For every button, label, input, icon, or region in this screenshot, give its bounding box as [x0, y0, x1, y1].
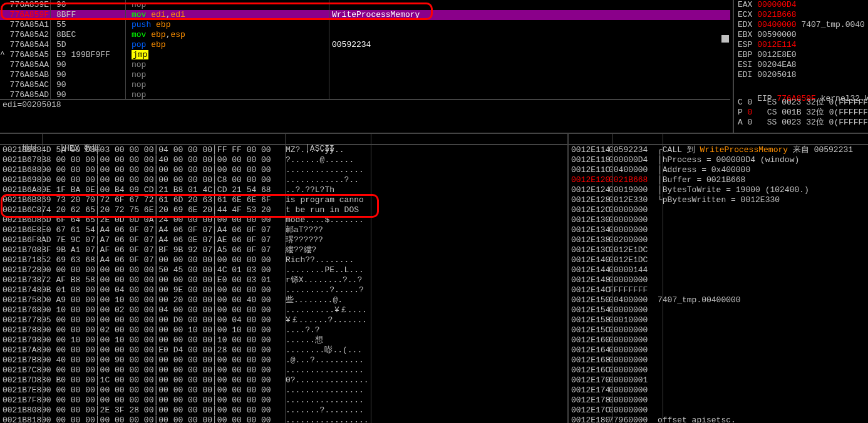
register-ebp[interactable]: EBP 0012E8E0	[734, 50, 868, 60]
hex-addr: 0021B818	[3, 415, 41, 423]
disasm-row[interactable]: 776A85AC90nop	[0, 80, 730, 90]
hexdump-row[interactable]: 0021B81800 00 00 00│00 00 00 00│00 00 00…	[0, 415, 567, 423]
disasm-row[interactable]: 776A859E90nop	[0, 0, 730, 10]
stack-row[interactable]: 0012E18077960000offset apisetsc.	[569, 415, 868, 423]
stack-row[interactable]: 0012E1280012E330└pBytesWritten = 0012E33…	[569, 195, 868, 205]
hexdump-row[interactable]: 0021B678B8 00 00 00│00 00 00 00│40 00 00…	[0, 155, 567, 165]
stack-row[interactable]: 0012E150004000007407_tmp.00400000	[569, 295, 868, 305]
stack-row[interactable]: 0012E15800010000	[569, 315, 868, 325]
hexdump-row[interactable]: 0021B7A800 00 00 00│00 00 00 00│E0 D4 00…	[0, 345, 567, 355]
hex-bytes: 05 00 00 00│00 00 00 00│00 D0 00 00│00 0…	[41, 315, 286, 325]
hex-ascii: 0?...............	[286, 375, 369, 385]
disasm-row[interactable]: 776A85A28BECmov ebp,esp	[0, 30, 730, 40]
stack-row[interactable]: 0012E16000000000	[569, 335, 868, 345]
disasm-row[interactable]: 776A859F8BFFmov edi,ediWriteProcessMemor…	[0, 10, 730, 20]
disasm-row[interactable]: 776A85A155push ebp	[0, 20, 730, 30]
hexdump-row[interactable]: 0021B73872 AF B8 58│00 00 00 00│00 00 00…	[0, 275, 567, 285]
stack-row[interactable]: 0012E15400000000	[569, 305, 868, 315]
hexdump-row[interactable]: 0021B6684D 5A 90 00│03 00 00 00│04 00 00…	[0, 145, 567, 155]
hexdump-row[interactable]: 0021B708BF 9B A1 07│AF 06 0F 07│BF 9B 92…	[0, 245, 567, 255]
disasm-row[interactable]: 776A85AB90nop	[0, 70, 730, 80]
hexdump-row[interactable]: 0021B7480B 01 08 00│00 04 00 00│00 9E 00…	[0, 285, 567, 295]
stack-row[interactable]: 0012E13000000000	[569, 215, 868, 225]
register-edx[interactable]: EDX 00400000 7407_tmp.0040	[734, 20, 868, 30]
stack-pane[interactable]: 0012E11400592234┌CALL 到 WriteProcessMemo…	[567, 133, 868, 423]
stack-row[interactable]: 0012E17C00000000	[569, 405, 868, 415]
hexdump-row[interactable]: 0021B69800 00 00 00│00 00 00 00│00 00 00…	[0, 175, 567, 185]
register-esp[interactable]: ESP 0012E114	[734, 40, 868, 50]
hexdump-row[interactable]: 0021B6A80E 1F BA 0E│00 B4 09 CD│21 B8 01…	[0, 185, 567, 195]
hexdump-row[interactable]: 0021B76800 10 00 00│00 02 00 00│04 00 00…	[0, 305, 567, 315]
hexdump-row[interactable]: 0021B6F8AD 7E 9C 07│A7 06 0F 07│A4 06 0E…	[0, 235, 567, 245]
disasm-addr: 776A85A2	[0, 30, 56, 40]
hexdump-row[interactable]: 0021B80800 00 00 00│2E 3F 28 00│00 00 00…	[0, 405, 567, 415]
registers-pane[interactable]: EAX 000000D4ECX 0021B668EDX 00400000 740…	[733, 0, 868, 133]
hex-bytes: 52 69 63 68│A4 06 0F 07│00 00 00 00│00 0…	[41, 255, 286, 265]
stack-row[interactable]: 0012E1400012E1DC	[569, 255, 868, 265]
hexdump-row[interactable]: 0021B6E8E0 67 61 54│A4 06 0F 07│A4 06 0F…	[0, 225, 567, 235]
register-eip[interactable]: EIP 776A859F kernel32.Writ	[734, 84, 868, 94]
stack-row[interactable]: 0012E13400000000	[569, 225, 868, 235]
hexdump-pane[interactable]: 地址│HEX 数据│ASCII 0021B6684D 5A 90 00│03 0…	[0, 133, 567, 423]
hexdump-row[interactable]: 0021B78800 00 00 00│02 00 00 00│00 00 10…	[0, 325, 567, 335]
stack-value: 00000000	[609, 345, 658, 355]
register-ecx[interactable]: ECX 0021B668	[734, 10, 868, 20]
cpu-flag-row[interactable]: P 0 CS 001B 32位 0(FFFFFF	[734, 108, 868, 118]
stack-value: 00000000	[609, 215, 658, 225]
register-ebx[interactable]: EBX 00590000	[734, 30, 868, 40]
stack-row[interactable]: 0012E17800000000	[569, 395, 868, 405]
disasm-instruction: nop	[132, 0, 332, 10]
hexdump-row[interactable]: 0021B72800 00 00 00│00 00 00 00│50 45 00…	[0, 265, 567, 275]
disasm-instruction: jmp	[132, 50, 332, 60]
hexdump-row[interactable]: 0021B6C874 20 62 65│20 72 75 6E│20 69 6E…	[0, 205, 567, 215]
hexdump-row[interactable]: 0021B6B869 73 20 70│72 6F 67 72│61 6D 20…	[0, 195, 567, 205]
stack-row[interactable]: 0012E13C0012E1DC	[569, 245, 868, 255]
cpu-flag-row[interactable]: A 0 SS 0023 32位 0(FFFFFF	[734, 118, 868, 128]
stack-row[interactable]: 0012E1200021B668│Buffer = 0021B668	[569, 175, 868, 185]
stack-row[interactable]: 0012E11C00400000│Address = 0x400000	[569, 165, 868, 175]
stack-row[interactable]: 0012E118000000D4│hProcess = 000000D4 (wi…	[569, 155, 868, 165]
stack-value: 00000000	[609, 385, 658, 395]
disasm-bytes: 8BFF	[56, 10, 132, 20]
stack-comment: │hProcess = 000000D4 (window)	[658, 155, 799, 165]
stack-row[interactable]: 0012E17400000000	[569, 385, 868, 395]
register-esi[interactable]: ESI 00204EA8	[734, 60, 868, 70]
hexdump-row[interactable]: 0021B7C800 00 00 00│00 00 00 00│00 00 00…	[0, 365, 567, 375]
stack-row[interactable]: 0012E12400019000│BytesToWrite = 19000 (1…	[569, 185, 868, 195]
hexdump-row[interactable]: 0021B68800 00 00 00│00 00 00 00│00 00 00…	[0, 165, 567, 175]
disasm-row[interactable]: 776A85AD90nop	[0, 90, 730, 100]
stack-row[interactable]: 0012E14400000144	[569, 265, 868, 275]
disasm-row[interactable]: ^ 776A85A5E9 199BF9FFjmp	[0, 50, 730, 60]
stack-addr: 0012E140	[569, 255, 609, 265]
hexdump-row[interactable]: 0021B7D830 B0 00 00│1C 00 00 00│00 00 00…	[0, 375, 567, 385]
stack-row[interactable]: 0012E14CFFFFFFFF	[569, 285, 868, 295]
stack-row[interactable]: 0012E16800000000	[569, 355, 868, 365]
hexdump-row[interactable]: 0021B79800 00 10 00│00 10 00 00│00 00 00…	[0, 335, 567, 345]
disasm-row[interactable]: 776A85AA90nop	[0, 60, 730, 70]
stack-row[interactable]: 0012E13800200000	[569, 235, 868, 245]
stack-row[interactable]: 0012E11400592234┌CALL 到 WriteProcessMemo…	[569, 145, 868, 155]
hexdump-row[interactable]: 0021B7F800 00 00 00│00 00 00 00│00 00 00…	[0, 395, 567, 405]
hexdump-row[interactable]: 0021B77805 00 00 00│00 00 00 00│00 D0 00…	[0, 315, 567, 325]
stack-row[interactable]: 0012E17000000001	[569, 375, 868, 385]
stack-row[interactable]: 0012E15C00000000	[569, 325, 868, 335]
stack-row[interactable]: 0012E12C00000000	[569, 205, 868, 215]
stack-comment: │Address = 0x400000	[658, 165, 750, 175]
disasm-instruction: mov edi,edi	[132, 10, 332, 20]
register-eax[interactable]: EAX 000000D4	[734, 0, 868, 10]
stack-row[interactable]: 0012E16400000000	[569, 345, 868, 355]
hexdump-row[interactable]: 0021B758D0 A9 00 00│00 10 00 00│00 20 00…	[0, 295, 567, 305]
register-edi[interactable]: EDI 00205018	[734, 70, 868, 80]
stack-addr: 0012E130	[569, 215, 609, 225]
cpu-flag-row[interactable]: C 0 ES 0023 32位 0(FFFFFF	[734, 98, 868, 108]
stack-row[interactable]: 0012E14800000000	[569, 275, 868, 285]
hexdump-row[interactable]: 0021B71852 69 63 68│A4 06 0F 07│00 00 00…	[0, 255, 567, 265]
disasm-row[interactable]: 776A85A45Dpop ebp00592234	[0, 40, 730, 50]
disassembly-pane[interactable]: 776A859E90nop 776A859F8BFFmov edi,ediWri…	[0, 0, 730, 100]
stack-row[interactable]: 0012E16C00000000	[569, 365, 868, 375]
hex-ascii: ........嘭..(...	[286, 345, 362, 355]
hexdump-row[interactable]: 0021B7E800 00 00 00│00 00 00 00│00 00 00…	[0, 385, 567, 395]
disasm-scrollbar[interactable]	[721, 0, 729, 94]
hexdump-row[interactable]: 0021B6D86D 6F 64 65│2E 0D 0D 0A│24 00 00…	[0, 215, 567, 225]
hexdump-row[interactable]: 0021B7B800 40 00 00│00 90 00 00│00 00 00…	[0, 355, 567, 365]
